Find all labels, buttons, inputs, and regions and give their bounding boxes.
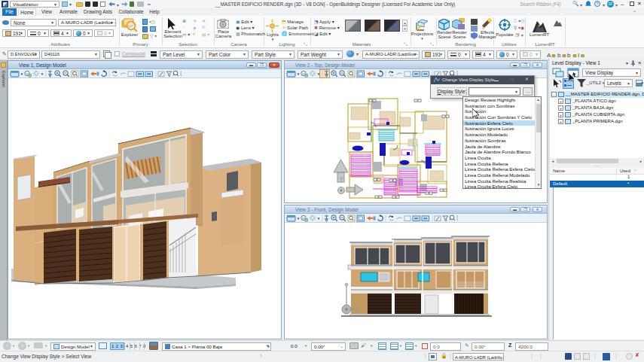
- svg-text:Y: Y: [339, 175, 343, 183]
